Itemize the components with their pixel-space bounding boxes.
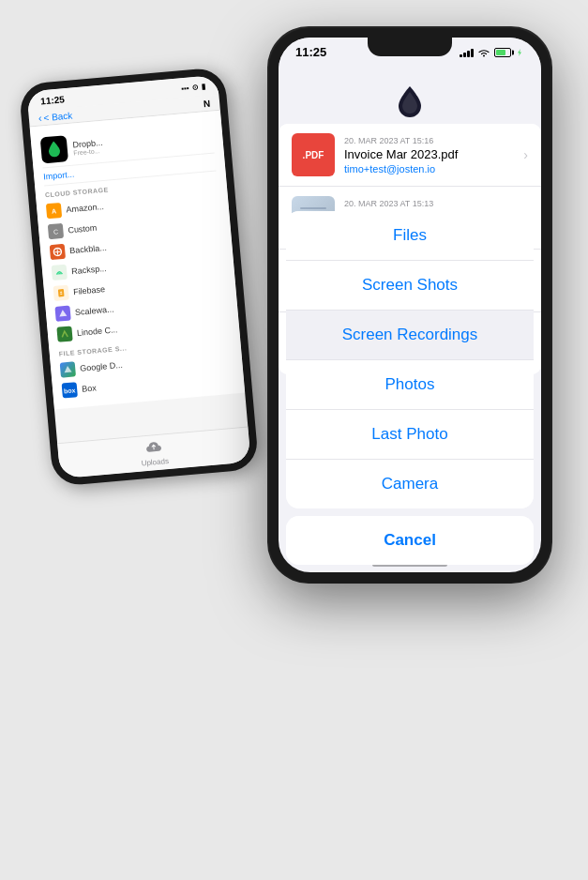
chevron-icon-pdf: › <box>523 147 528 162</box>
svg-point-6 <box>483 54 485 56</box>
backblaze-icon <box>50 244 66 260</box>
custom-icon: C <box>48 223 64 239</box>
background-phone: 11:25 ▪▪▪ ⊙ ▮ ‹ < Back N Dr <box>19 67 260 487</box>
file-name-pdf: Invoice Mar 2023.pdf <box>344 147 514 161</box>
battery-icon <box>494 48 511 57</box>
svg-marker-4 <box>59 310 68 317</box>
nav-title: N <box>203 98 210 109</box>
back-wifi-icon: ⊙ <box>191 83 199 93</box>
action-sheet-group: Files Screen Shots Screen Recordings Pho… <box>286 211 534 508</box>
file-date-screenshot: 20. MAR 2023 AT 15:13 <box>344 199 514 208</box>
main-phone: 11:25 <box>269 28 550 582</box>
action-camera[interactable]: Camera <box>286 460 534 508</box>
gdrive-icon <box>60 361 76 377</box>
file-email-pdf: timo+test@josten.io <box>344 163 514 174</box>
signal-icon <box>460 48 474 57</box>
cloud-upload-icon <box>145 439 161 455</box>
filebase-label: Filebase <box>73 284 106 296</box>
main-phone-time: 11:25 <box>295 45 326 59</box>
custom-label: Custom <box>68 223 98 235</box>
app-header <box>279 79 541 124</box>
svg-rect-1 <box>58 289 65 296</box>
file-info-pdf: 20. MAR 2023 AT 15:16 Invoice Mar 2023.p… <box>344 136 514 174</box>
amazon-label: Amazon... <box>66 202 104 214</box>
action-screen-recordings[interactable]: Screen Recordings <box>286 311 534 360</box>
back-button[interactable]: ‹ < Back <box>38 110 72 124</box>
status-icons <box>460 48 524 57</box>
filebase-icon <box>53 285 69 301</box>
linode-icon <box>56 326 72 341</box>
wifi-icon <box>477 48 490 57</box>
action-last-photo[interactable]: Last Photo <box>286 410 534 460</box>
amazon-icon: A <box>46 203 62 219</box>
lightning-icon <box>515 48 524 57</box>
action-sheet-cancel-group: Cancel <box>286 516 534 565</box>
gdrive-label: Google D... <box>80 360 123 373</box>
pdf-thumbnail: .PDF <box>292 133 335 176</box>
rackspace-label: Racksp... <box>71 264 107 276</box>
box-label: Box <box>82 383 97 393</box>
linode-label: Linode C... <box>77 325 118 338</box>
scaleway-label: Scalewa... <box>75 304 114 317</box>
action-cancel[interactable]: Cancel <box>286 516 534 565</box>
action-photos[interactable]: Photos <box>286 360 534 410</box>
backblaze-label: Backbla... <box>69 243 107 255</box>
action-files[interactable]: Files <box>286 211 534 261</box>
uploads-tab[interactable]: Uploads <box>57 426 251 478</box>
file-date-pdf: 20. MAR 2023 AT 15:16 <box>344 136 514 145</box>
svg-marker-5 <box>64 366 72 373</box>
box-icon: box <box>62 382 78 398</box>
back-phone-time: 11:25 <box>40 94 65 106</box>
app-logo <box>397 86 423 118</box>
back-battery-icon: ▮ <box>201 83 205 91</box>
scaleway-icon <box>54 306 70 322</box>
action-screenshots[interactable]: Screen Shots <box>286 261 534 311</box>
action-sheet-overlay: Files Screen Shots Screen Recordings Pho… <box>279 211 541 572</box>
file-item-pdf[interactable]: .PDF 20. MAR 2023 AT 15:16 Invoice Mar 2… <box>279 124 541 187</box>
back-signal-icon: ▪▪▪ <box>181 84 189 94</box>
rackspace-icon <box>52 265 68 281</box>
